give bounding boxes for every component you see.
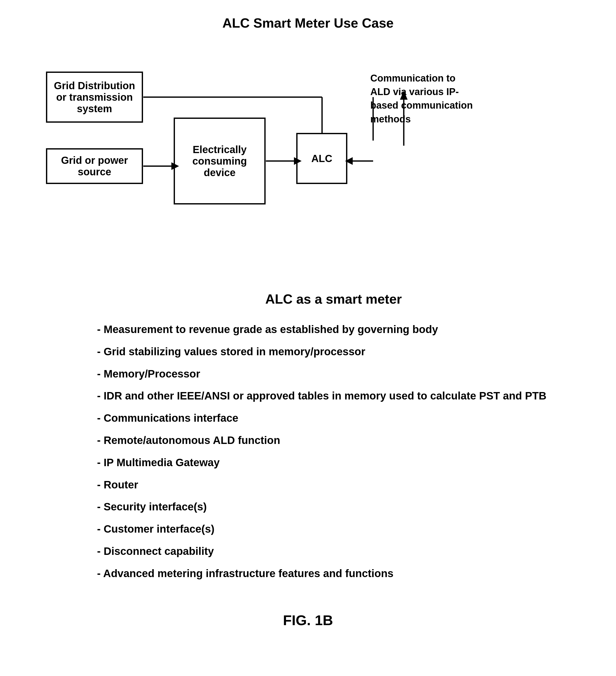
list-item: Remote/autonomous ALD function <box>97 433 596 448</box>
list-item: IDR and other IEEE/ANSI or approved tabl… <box>97 389 596 404</box>
list-item: Advanced metering infrastructure feature… <box>97 566 596 581</box>
page-title: ALC Smart Meter Use Case <box>20 15 596 31</box>
list-section: ALC as a smart meter Measurement to reve… <box>20 291 596 581</box>
list-item: IP Multimedia Gateway <box>97 455 596 470</box>
diagram-section: Grid Distribution or transmission system… <box>20 51 596 261</box>
box-elec-device: Electrically consuming device <box>174 118 266 205</box>
list-item: Security interface(s) <box>97 499 596 514</box>
fig-label: FIG. 1B <box>20 612 596 628</box>
box-grid-dist: Grid Distribution or transmission system <box>46 71 143 123</box>
box-grid-power: Grid or power source <box>46 148 143 184</box>
list-item: Grid stabilizing values stored in memory… <box>97 344 596 359</box>
list-item: Router <box>97 477 596 493</box>
list-item: Memory/Processor <box>97 367 596 382</box>
list-title: ALC as a smart meter <box>71 291 596 307</box>
list-item: Communications interface <box>97 411 596 426</box>
box-alc: ALC <box>296 133 347 184</box>
list-item: Customer interface(s) <box>97 522 596 537</box>
comm-text: Communication to ALD via various IP-base… <box>370 71 478 126</box>
list-item: Disconnect capability <box>97 544 596 559</box>
list-item: Measurement to revenue grade as establis… <box>97 322 596 337</box>
feature-list: Measurement to revenue grade as establis… <box>71 322 596 581</box>
